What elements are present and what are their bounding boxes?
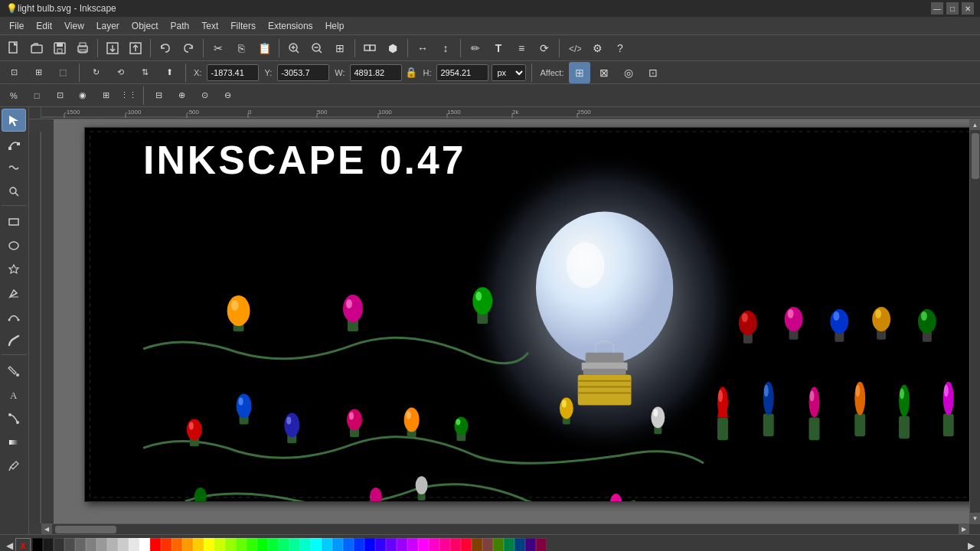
prefs-button[interactable]: ⚙: [586, 37, 608, 59]
snap-bbox-btn[interactable]: □: [26, 85, 47, 106]
flip-h-button[interactable]: ↔: [412, 37, 433, 59]
scroll-right-button[interactable]: ▶: [959, 524, 969, 535]
palette-color-24[interactable]: [289, 538, 300, 552]
scrollbar-vertical[interactable]: ▲ ▼: [969, 119, 980, 523]
palette-color-14[interactable]: [182, 538, 193, 552]
select-all-btn[interactable]: ⊡: [3, 62, 24, 83]
scroll-thumb-v[interactable]: [972, 133, 979, 179]
palette-color-38[interactable]: [439, 538, 450, 552]
pen-tool[interactable]: [2, 305, 26, 328]
palette-color-2[interactable]: [54, 538, 64, 552]
palette-color-30[interactable]: [354, 538, 364, 552]
eyedropper-tool[interactable]: [2, 455, 26, 478]
cut-button[interactable]: ✂: [207, 37, 229, 59]
w-input[interactable]: [350, 64, 402, 81]
undo-button[interactable]: [155, 37, 176, 59]
menu-item-edit[interactable]: Edit: [30, 19, 58, 33]
snap-grid-btn[interactable]: ⋮⋮: [118, 85, 139, 106]
palette-color-26[interactable]: [311, 538, 322, 552]
export-button[interactable]: [125, 37, 146, 59]
connector-tool[interactable]: [2, 407, 26, 430]
open-button[interactable]: [26, 37, 47, 59]
palette-color-21[interactable]: [257, 538, 268, 552]
unit-select[interactable]: pxmmcmin: [492, 64, 526, 81]
calligraphy-tool[interactable]: [2, 329, 26, 352]
raise-btn[interactable]: ⬆: [158, 62, 180, 83]
group-button[interactable]: [359, 37, 381, 59]
palette-color-4[interactable]: [75, 538, 86, 552]
node-edit-tool[interactable]: [2, 132, 26, 155]
palette-color-43[interactable]: [493, 538, 504, 552]
text-tool-side[interactable]: A: [2, 383, 26, 406]
menu-item-object[interactable]: Object: [126, 19, 165, 33]
palette-color-25[interactable]: [300, 538, 311, 552]
h-input[interactable]: [436, 64, 488, 81]
palette-color-16[interactable]: [204, 538, 214, 552]
about-button[interactable]: ?: [609, 37, 631, 59]
palette-color-10[interactable]: [139, 538, 150, 552]
palette-color-22[interactable]: [268, 538, 279, 552]
menu-item-path[interactable]: Path: [165, 19, 196, 33]
palette-color-5[interactable]: [86, 538, 96, 552]
palette-color-34[interactable]: [397, 538, 407, 552]
affect-trans-btn[interactable]: ⊡: [642, 62, 664, 83]
select-in-all-btn[interactable]: ⊞: [28, 62, 49, 83]
menu-item-text[interactable]: Text: [195, 19, 224, 33]
zoom-fit-button[interactable]: ⊞: [329, 37, 351, 59]
palette-color-23[interactable]: [279, 538, 289, 552]
canvas-scroll[interactable]: INKSCAPE 0.47: [54, 119, 969, 523]
minimize-button[interactable]: —: [931, 2, 943, 15]
print-button[interactable]: [72, 37, 93, 59]
gradient-tool[interactable]: [2, 431, 26, 454]
palette-color-17[interactable]: [214, 538, 225, 552]
lock-icon[interactable]: 🔒: [405, 67, 417, 78]
new-button[interactable]: [3, 37, 24, 59]
scroll-thumb-h[interactable]: [55, 526, 116, 533]
save-button[interactable]: [49, 37, 70, 59]
palette-arrow-left[interactable]: ◀: [3, 538, 15, 552]
rect-tool[interactable]: [2, 210, 26, 233]
snap-guide-btn[interactable]: ⊞: [95, 85, 116, 106]
zoom-in-button[interactable]: [283, 37, 305, 59]
xml-editor-button[interactable]: </>: [564, 37, 585, 59]
node-editor-button[interactable]: ✏: [465, 37, 486, 59]
palette-color-6[interactable]: [96, 538, 107, 552]
snap-enable-btn[interactable]: %: [3, 85, 24, 106]
palette-color-13[interactable]: [172, 538, 182, 552]
transform-handles-btn[interactable]: ↻: [85, 62, 106, 83]
palette-color-28[interactable]: [332, 538, 343, 552]
selector-tool[interactable]: [2, 109, 26, 132]
palette-color-29[interactable]: [343, 538, 354, 552]
text-tool-button[interactable]: T: [488, 37, 509, 59]
affect-geo-btn[interactable]: ⊞: [569, 62, 590, 83]
menu-item-file[interactable]: File: [3, 19, 30, 33]
snap-path-btn[interactable]: ⊕: [171, 85, 192, 106]
palette-color-42[interactable]: [482, 538, 493, 552]
deselect-btn[interactable]: ⬚: [52, 62, 74, 83]
palette-color-3[interactable]: [64, 538, 75, 552]
menu-item-filters[interactable]: Filters: [224, 19, 262, 33]
zoom-out-button[interactable]: [306, 37, 328, 59]
affect-cont-btn[interactable]: ◎: [618, 62, 639, 83]
scroll-up-button[interactable]: ▲: [970, 119, 981, 130]
snap-more-btn[interactable]: ⊟: [148, 85, 169, 106]
close-button[interactable]: ✕: [962, 2, 974, 15]
x-input[interactable]: [207, 64, 259, 81]
copy-button[interactable]: ⎘: [230, 37, 252, 59]
y-input[interactable]: [277, 64, 329, 81]
palette-color-9[interactable]: [129, 538, 139, 552]
tweak-tool[interactable]: [2, 156, 26, 179]
palette-color-45[interactable]: [514, 538, 525, 552]
star-tool[interactable]: [2, 258, 26, 281]
palette-color-35[interactable]: [407, 538, 418, 552]
palette-color-41[interactable]: [472, 538, 482, 552]
palette-color-36[interactable]: [418, 538, 429, 552]
pencil-tool[interactable]: [2, 282, 26, 305]
zoom-tool[interactable]: [2, 180, 26, 203]
palette-color-44[interactable]: [504, 538, 514, 552]
palette-color-8[interactable]: [118, 538, 129, 552]
menu-item-help[interactable]: Help: [319, 19, 351, 33]
palette-color-27[interactable]: [322, 538, 332, 552]
palette-color-15[interactable]: [193, 538, 204, 552]
palette-color-33[interactable]: [386, 538, 397, 552]
